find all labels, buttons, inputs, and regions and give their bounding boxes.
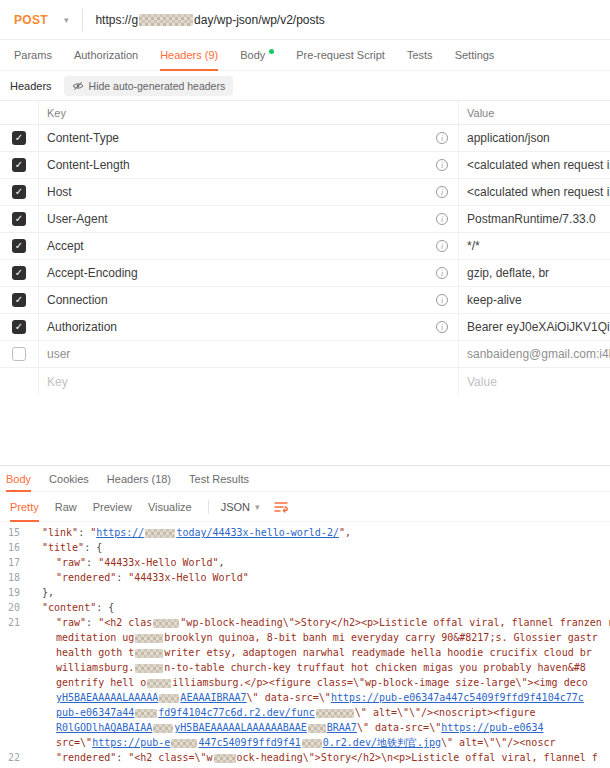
response-tab-test-results[interactable]: Test Results bbox=[189, 466, 249, 491]
response-tab-cookies[interactable]: Cookies bbox=[49, 466, 89, 491]
checkbox-cell: ✓ bbox=[0, 152, 38, 178]
view-tab-raw[interactable]: Raw bbox=[55, 492, 77, 521]
request-tab-settings[interactable]: Settings bbox=[455, 40, 495, 70]
header-key-cell[interactable]: Content-Typei bbox=[38, 125, 458, 151]
link-text[interactable]: fd9f4104c77c6d.r2.dev/func bbox=[158, 707, 315, 718]
header-key-cell[interactable]: User-Agenti bbox=[38, 206, 458, 232]
header-value-cell[interactable]: Bearer eyJ0eXAiOiJKV1QiLCJhbGciOi bbox=[458, 314, 610, 340]
link-text[interactable]: 447c5409f9ffd9f41 bbox=[198, 737, 300, 748]
link-text[interactable]: pub-e06347a44 bbox=[56, 707, 134, 718]
line-number: 16 bbox=[0, 540, 28, 555]
method-label: POST bbox=[14, 13, 48, 27]
row-checkbox[interactable]: ✓ bbox=[12, 266, 26, 280]
method-selector[interactable]: POST ▾ bbox=[0, 13, 82, 27]
info-icon[interactable]: i bbox=[436, 159, 448, 171]
header-key-cell[interactable]: user bbox=[38, 341, 458, 367]
request-tab-headers-9[interactable]: Headers (9) bbox=[160, 40, 218, 70]
row-checkbox[interactable]: ✓ bbox=[12, 293, 26, 307]
header-key-cell[interactable]: Hosti bbox=[38, 179, 458, 205]
request-tab-pre-request-script[interactable]: Pre-request Script bbox=[296, 40, 385, 70]
row-checkbox[interactable]: ✓ bbox=[12, 158, 26, 172]
link-text[interactable]: 0.r2.dev/地铁判官.jpg bbox=[323, 737, 441, 748]
info-icon[interactable]: i bbox=[436, 267, 448, 279]
view-tab-visualize[interactable]: Visualize bbox=[148, 492, 192, 521]
header-key-cell[interactable]: Accepti bbox=[38, 233, 458, 259]
view-tab-preview[interactable]: Preview bbox=[93, 492, 132, 521]
header-value-cell[interactable]: */* bbox=[458, 233, 610, 259]
link-text[interactable]: https://pub-e bbox=[92, 737, 170, 748]
info-icon[interactable]: i bbox=[436, 186, 448, 198]
info-icon[interactable]: i bbox=[436, 213, 448, 225]
header-key: user bbox=[47, 347, 70, 361]
row-checkbox[interactable]: ✓ bbox=[12, 212, 26, 226]
link-text[interactable]: R0lGODlhAQABAIAA bbox=[56, 722, 152, 733]
row-checkbox[interactable]: ✓ bbox=[12, 239, 26, 253]
response-tab-body[interactable]: Body bbox=[6, 466, 31, 491]
header-key: Content-Type bbox=[47, 131, 119, 145]
link-text[interactable]: AEAAAIBRAA7 bbox=[180, 692, 246, 703]
redacted-text bbox=[316, 709, 354, 718]
link-text[interactable]: BRAA7 bbox=[327, 722, 357, 733]
link-text[interactable]: https://pub-e0634 bbox=[441, 722, 543, 733]
code-text: : { bbox=[84, 542, 102, 553]
header-value-cell[interactable]: application/json bbox=[458, 125, 610, 151]
request-tabs: ParamsAuthorizationHeaders (9)BodyPre-re… bbox=[0, 40, 610, 71]
view-tab-pretty[interactable]: Pretty bbox=[10, 492, 39, 521]
hide-autogenerated-headers-button[interactable]: Hide auto-generated headers bbox=[64, 76, 234, 96]
code-text: "link" bbox=[42, 527, 78, 538]
tab-label: Authorization bbox=[74, 49, 138, 61]
response-body-viewer[interactable]: 15"link": "https://today/44433x-hello-wo… bbox=[0, 522, 610, 766]
header-key-cell[interactable]: Connectioni bbox=[38, 287, 458, 313]
link-text[interactable]: https://pub-e06347a447c5409f9ffd9f4104c7… bbox=[331, 692, 584, 703]
key-header-label: Key bbox=[47, 107, 66, 119]
language-select[interactable]: JSON ▾ bbox=[221, 501, 260, 513]
code-line-content: "rendered": "<h2 class=\"wock-heading\">… bbox=[28, 750, 610, 766]
header-value-cell[interactable]: gzip, deflate, br bbox=[458, 260, 610, 286]
link-text[interactable]: yH5BAEAAAAALAAAAAABAAE bbox=[174, 722, 306, 733]
tab-label: Body bbox=[240, 49, 265, 61]
tab-label: Tests bbox=[407, 49, 433, 61]
request-tab-authorization[interactable]: Authorization bbox=[74, 40, 138, 70]
response-section: BodyCookiesHeaders (18)Test Results Pret… bbox=[0, 465, 610, 766]
info-icon[interactable]: i bbox=[436, 294, 448, 306]
header-key-cell[interactable]: Content-Lengthi bbox=[38, 152, 458, 178]
language-label: JSON bbox=[221, 501, 250, 513]
header-value-cell[interactable]: sanbaideng@gmail.com:i4K2 X3 bbox=[458, 341, 610, 367]
unsaved-body-dot bbox=[269, 49, 274, 54]
header-key-cell[interactable]: Accept-Encodingi bbox=[38, 260, 458, 286]
request-tab-params[interactable]: Params bbox=[14, 40, 52, 70]
code-text: health goth t bbox=[56, 647, 134, 658]
header-key-cell[interactable]: Authorizationi bbox=[38, 314, 458, 340]
info-icon[interactable]: i bbox=[436, 240, 448, 252]
row-checkbox[interactable]: ✓ bbox=[12, 320, 26, 334]
header-key-cell[interactable]: Key bbox=[38, 368, 458, 395]
code-row: gentrify hell oilliamsburg.</p><figure c… bbox=[56, 675, 610, 690]
link-text[interactable]: today/44433x-hello-world-2/ bbox=[176, 527, 339, 538]
table-header-row: Key Value bbox=[0, 100, 610, 125]
request-tab-tests[interactable]: Tests bbox=[407, 40, 433, 70]
code-line-content: "link": "https://today/44433x-hello-worl… bbox=[28, 525, 610, 540]
header-value-cell[interactable]: <calculated when request is sent> bbox=[458, 179, 610, 205]
header-key: Host bbox=[47, 185, 72, 199]
header-row: ✓User-AgentiPostmanRuntime/7.33.0 bbox=[0, 206, 610, 233]
link-text[interactable]: https:// bbox=[96, 527, 144, 538]
code-row: R0lGODlhAQABAIAAyH5BAEAAAAALAAAAAABAAEBR… bbox=[56, 720, 610, 735]
code-text: "raw" bbox=[56, 557, 86, 568]
row-checkbox[interactable] bbox=[12, 347, 26, 361]
url-input[interactable]: https://gday/wp-json/wp/v2/posts bbox=[83, 13, 610, 27]
code-row: "raw": "44433x-Hello World", bbox=[56, 555, 610, 570]
info-icon[interactable]: i bbox=[436, 132, 448, 144]
header-value: <calculated when request is sent> bbox=[467, 158, 610, 172]
info-icon[interactable]: i bbox=[436, 321, 448, 333]
row-checkbox[interactable]: ✓ bbox=[12, 185, 26, 199]
header-value-cell[interactable]: <calculated when request is sent> bbox=[458, 152, 610, 178]
header-key: Connection bbox=[47, 293, 108, 307]
wrap-lines-button[interactable] bbox=[274, 501, 288, 513]
header-value-cell[interactable]: PostmanRuntime/7.33.0 bbox=[458, 206, 610, 232]
row-checkbox[interactable]: ✓ bbox=[12, 131, 26, 145]
link-text[interactable]: yH5BAEAAAAALAAAAA bbox=[56, 692, 158, 703]
header-value-cell[interactable]: keep-alive bbox=[458, 287, 610, 313]
request-tab-body[interactable]: Body bbox=[240, 40, 274, 70]
response-tab-headers-18[interactable]: Headers (18) bbox=[107, 466, 171, 491]
header-value-cell[interactable]: Value bbox=[458, 368, 610, 395]
